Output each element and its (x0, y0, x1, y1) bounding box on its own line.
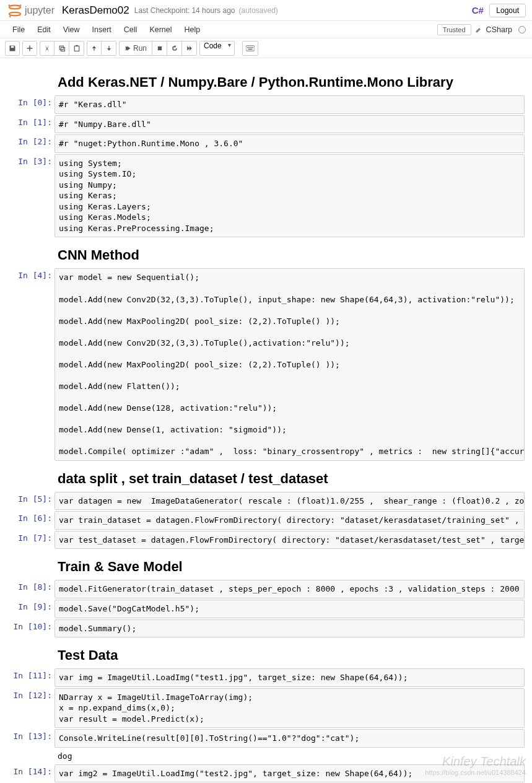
code-input[interactable]: var train_dataset = datagen.FlowFromDire… (55, 511, 525, 530)
menu-help[interactable]: Help (178, 25, 207, 34)
code-cell[interactable]: In [12]:NDarray x = ImageUtil.ImageToArr… (0, 688, 525, 728)
code-input[interactable]: var model = new Sequential(); model.Add(… (55, 268, 525, 460)
svg-rect-10 (246, 45, 255, 50)
jupyter-logo[interactable]: jupyter (6, 2, 55, 19)
markdown-cell[interactable]: Train & Save Model (0, 559, 525, 575)
code-input[interactable]: var img2 = ImageUtil.LoadImg("test2.jpg"… (55, 764, 525, 783)
code-input[interactable]: #r "nuget:Python.Runtime.Mono , 3.6.0" (55, 134, 525, 153)
input-prompt: In [13]: (0, 729, 55, 748)
code-cell[interactable]: In [6]:var train_dataset = datagen.FlowF… (0, 511, 525, 530)
menu-kernel[interactable]: Kernel (143, 25, 178, 34)
code-input[interactable]: model.FitGenerator(train_dataset , steps… (55, 580, 525, 598)
logout-button[interactable]: Logout (489, 4, 526, 17)
input-prompt: In [2]: (0, 134, 55, 153)
command-palette-button[interactable] (242, 41, 258, 56)
kernel-logo: C# (471, 4, 484, 17)
toolbar: Run Code (0, 38, 532, 58)
menu-edit[interactable]: Edit (31, 25, 57, 34)
code-input[interactable]: #r "Keras.dll" (55, 95, 525, 114)
code-input[interactable]: var img = ImageUtil.LoadImg("test1.jpg",… (55, 668, 525, 687)
notebook-header: jupyter KerasDemo02 Last Checkpoint: 14 … (0, 0, 532, 21)
code-input[interactable]: #r "Numpy.Bare.dll" (55, 115, 525, 134)
code-cell[interactable]: In [0]:#r "Keras.dll" (0, 95, 525, 114)
markdown-heading: CNN Method (58, 247, 525, 263)
plus-icon (26, 45, 33, 52)
menu-view[interactable]: View (57, 25, 86, 34)
notebook-container: Add Keras.NET / Numpy.Bare / Python.Runt… (0, 58, 532, 783)
input-prompt: In [7]: (0, 531, 55, 549)
code-input[interactable]: NDarray x = ImageUtil.ImageToArray(img);… (55, 688, 525, 728)
code-cell[interactable]: In [4]:var model = new Sequential(); mod… (0, 268, 525, 460)
kernel-name: CSharp (486, 25, 512, 34)
menu-insert[interactable]: Insert (86, 25, 118, 34)
edit-icon[interactable] (475, 26, 482, 33)
menubar: File Edit View Insert Cell Kernel Help T… (0, 21, 532, 38)
cell-type-select[interactable]: Code (199, 41, 235, 56)
svg-rect-9 (157, 46, 161, 50)
restart-run-all-button[interactable] (182, 41, 197, 56)
notebook-name[interactable]: KerasDemo02 (62, 4, 129, 17)
svg-point-1 (9, 12, 20, 15)
restart-button[interactable] (167, 41, 182, 56)
cut-button[interactable] (40, 41, 55, 56)
code-input[interactable]: model.Save("DogCatModel.h5"); (55, 600, 525, 618)
code-cell[interactable]: In [13]:Console.WriteLine(result[0][0].T… (0, 729, 525, 748)
fast-forward-icon (186, 45, 193, 51)
trusted-indicator[interactable]: Trusted (437, 24, 471, 35)
paste-icon (73, 45, 81, 52)
copy-icon (58, 45, 66, 52)
menu-cell[interactable]: Cell (118, 25, 144, 34)
markdown-cell[interactable]: CNN Method (0, 247, 525, 263)
input-prompt: In [8]: (0, 580, 55, 598)
svg-rect-5 (59, 46, 63, 50)
svg-rect-6 (61, 47, 64, 51)
markdown-cell[interactable]: data split , set train_dataset / test_da… (0, 471, 525, 487)
save-button[interactable] (5, 41, 20, 56)
markdown-cell[interactable]: Test Data (0, 647, 525, 663)
code-cell[interactable]: In [7]:var test_dataset = datagen.FlowFr… (0, 531, 525, 549)
svg-rect-8 (76, 45, 77, 46)
jupyter-logo-text: jupyter (25, 5, 55, 16)
markdown-heading: data split , set train_dataset / test_da… (58, 471, 525, 487)
svg-rect-7 (74, 46, 79, 51)
svg-rect-12 (248, 46, 249, 47)
code-cell[interactable]: In [3]:using System; using System.IO; us… (0, 154, 525, 238)
svg-rect-14 (251, 46, 251, 47)
add-cell-button[interactable] (22, 41, 37, 56)
stop-icon (157, 45, 163, 51)
code-cell[interactable]: In [1]:#r "Numpy.Bare.dll" (0, 115, 525, 134)
svg-point-4 (9, 15, 11, 17)
input-prompt: In [6]: (0, 511, 55, 530)
code-cell[interactable]: In [9]:model.Save("DogCatModel.h5"); (0, 600, 525, 618)
input-prompt: In [4]: (0, 268, 55, 460)
interrupt-button[interactable] (152, 41, 167, 56)
svg-rect-15 (252, 46, 253, 47)
code-cell[interactable]: In [8]:model.FitGenerator(train_dataset … (0, 580, 525, 598)
code-input[interactable]: var datagen = new ImageDataGenerator( re… (55, 492, 525, 510)
svg-rect-16 (248, 48, 252, 49)
menu-file[interactable]: File (6, 25, 31, 34)
code-cell[interactable]: In [10]:model.Summary(); (0, 619, 525, 638)
paste-button[interactable] (69, 41, 84, 56)
input-prompt: In [10]: (0, 619, 55, 638)
markdown-cell[interactable]: Add Keras.NET / Numpy.Bare / Python.Runt… (0, 74, 525, 90)
input-prompt: In [1]: (0, 115, 55, 134)
move-up-button[interactable] (87, 41, 102, 56)
code-cell[interactable]: In [11]:var img = ImageUtil.LoadImg("tes… (0, 668, 525, 687)
arrow-down-icon (106, 45, 112, 51)
run-button[interactable]: Run (119, 41, 152, 56)
code-cell[interactable]: In [14]:var img2 = ImageUtil.LoadImg("te… (0, 764, 525, 783)
code-input[interactable]: model.Summary(); (55, 619, 525, 638)
code-input[interactable]: using System; using System.IO; using Num… (55, 154, 525, 238)
input-prompt: In [11]: (0, 668, 55, 687)
code-input[interactable]: Console.WriteLine(result[0][0].ToString(… (55, 729, 525, 748)
input-prompt: In [14]: (0, 764, 55, 783)
autosave-text: (autosaved) (238, 6, 277, 15)
svg-point-3 (20, 4, 22, 6)
code-cell[interactable]: In [5]:var datagen = new ImageDataGenera… (0, 492, 525, 510)
move-down-button[interactable] (102, 41, 116, 56)
code-input[interactable]: var test_dataset = datagen.FlowFromDirec… (55, 531, 525, 549)
input-prompt: In [5]: (0, 492, 55, 510)
copy-button[interactable] (55, 41, 69, 56)
code-cell[interactable]: In [2]:#r "nuget:Python.Runtime.Mono , 3… (0, 134, 525, 153)
